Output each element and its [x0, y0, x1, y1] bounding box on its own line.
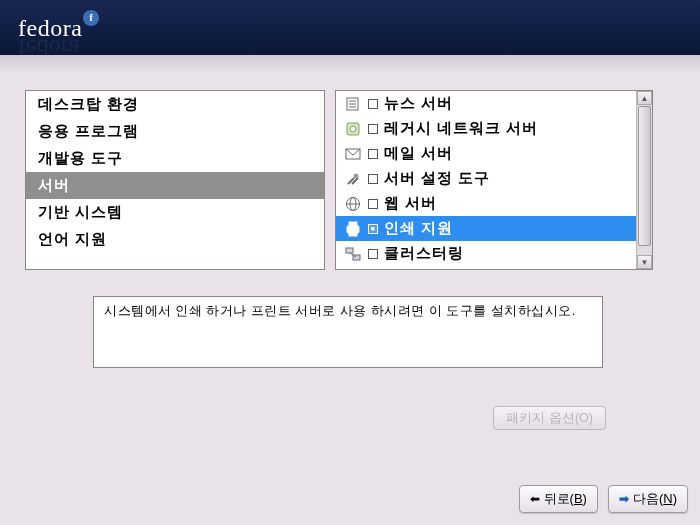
svg-rect-12	[349, 222, 357, 226]
category-item[interactable]: 개발용 도구	[26, 145, 324, 172]
package-item[interactable]: 메일 서버	[336, 141, 636, 166]
package-list: 뉴스 서버레거시 네트워크 서버메일 서버서버 설정 도구웹 서버인쇄 지원클러…	[335, 90, 653, 270]
description-text: 시스템에서 인쇄 하거나 프린트 서버로 사용 하시려면 이 도구를 설치하십시…	[104, 304, 576, 318]
svg-point-7	[354, 173, 359, 178]
package-label: 인쇄 지원	[384, 219, 453, 238]
cluster-icon	[344, 245, 362, 263]
package-label: 레거시 네트워크 서버	[384, 119, 538, 138]
package-scrollbar[interactable]: ▲ ▼	[636, 91, 652, 269]
back-button[interactable]: ⬅ 뒤로(B)	[519, 485, 598, 513]
package-label: 클러스터링	[384, 244, 464, 263]
svg-rect-14	[346, 248, 353, 253]
svg-point-5	[350, 126, 356, 132]
mail-icon	[344, 145, 362, 163]
news-icon	[344, 95, 362, 113]
category-item[interactable]: 데스크탑 환경	[26, 91, 324, 118]
arrow-right-icon: ➡	[619, 492, 629, 506]
config-icon	[344, 170, 362, 188]
package-checkbox[interactable]	[368, 149, 378, 159]
fedora-bubble-icon: f	[83, 10, 99, 26]
package-label: 웹 서버	[384, 194, 437, 213]
package-checkbox[interactable]	[368, 224, 378, 234]
next-button[interactable]: ➡ 다음(N)	[608, 485, 688, 513]
package-item[interactable]: 웹 서버	[336, 191, 636, 216]
package-checkbox[interactable]	[368, 124, 378, 134]
package-label: 메일 서버	[384, 144, 453, 163]
package-item[interactable]: 인쇄 지원	[336, 216, 636, 241]
category-item[interactable]: 언어 지원	[26, 226, 324, 253]
package-checkbox[interactable]	[368, 199, 378, 209]
web-icon	[344, 195, 362, 213]
package-checkbox[interactable]	[368, 249, 378, 259]
scroll-up-button[interactable]: ▲	[637, 91, 652, 105]
package-options-button: 패키지 옵션(O)	[493, 406, 606, 430]
package-label: 뉴스 서버	[384, 94, 453, 113]
package-item[interactable]: 클러스터링	[336, 241, 636, 266]
header-banner: fedoraf fedora	[0, 0, 700, 55]
package-checkbox[interactable]	[368, 99, 378, 109]
category-list: 데스크탑 환경응용 프로그램개발용 도구서버기반 시스템언어 지원	[25, 90, 325, 270]
package-checkbox[interactable]	[368, 174, 378, 184]
package-item[interactable]: 레거시 네트워크 서버	[336, 116, 636, 141]
package-label: 서버 설정 도구	[384, 169, 490, 188]
package-item[interactable]: 서버 설정 도구	[336, 166, 636, 191]
category-item[interactable]: 기반 시스템	[26, 199, 324, 226]
scrollbar-thumb[interactable]	[638, 106, 651, 246]
description-box: 시스템에서 인쇄 하거나 프린트 서버로 사용 하시려면 이 도구를 설치하십시…	[93, 296, 603, 368]
printer-icon	[344, 220, 362, 238]
category-item[interactable]: 응용 프로그램	[26, 118, 324, 145]
fedora-logo-reflection: fedora	[18, 34, 79, 61]
legacy-net-icon	[344, 120, 362, 138]
arrow-left-icon: ⬅	[530, 492, 540, 506]
scroll-down-button[interactable]: ▼	[637, 255, 652, 269]
package-item[interactable]: 뉴스 서버	[336, 91, 636, 116]
svg-rect-13	[349, 231, 357, 236]
category-item[interactable]: 서버	[26, 172, 324, 199]
